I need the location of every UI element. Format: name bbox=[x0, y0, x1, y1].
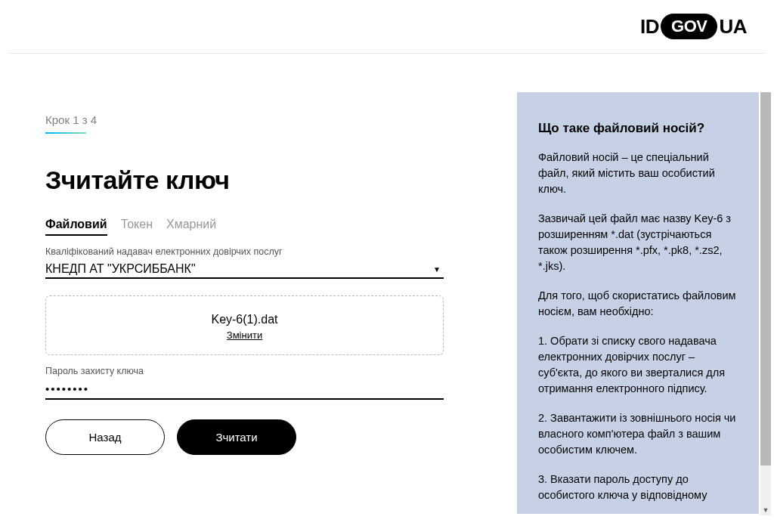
password-input[interactable] bbox=[45, 379, 444, 400]
help-paragraph: Файловий носій – це спеціальний файл, як… bbox=[538, 150, 738, 197]
selected-file-name: Key-6(1).dat bbox=[46, 313, 443, 326]
password-label: Пароль захисту ключа bbox=[45, 366, 444, 376]
help-paragraph: 2. Завантажити із зовнішнього носія чи в… bbox=[538, 410, 738, 458]
back-button[interactable]: Назад bbox=[45, 419, 165, 455]
file-dropzone[interactable]: Key-6(1).dat Змінити bbox=[45, 295, 444, 355]
button-row: Назад Зчитати bbox=[45, 419, 454, 455]
provider-label: Кваліфікований надавач електронних довір… bbox=[45, 246, 454, 257]
help-paragraph: Для того, щоб скористатись файловим носі… bbox=[538, 288, 738, 320]
tab-file[interactable]: Файловий bbox=[45, 218, 107, 236]
step-indicator: Крок 1 з 4 bbox=[45, 113, 454, 126]
logo-gov: GOV bbox=[661, 14, 717, 39]
provider-select[interactable]: КНЕДП АТ "УКРСИББАНК" bbox=[45, 260, 444, 277]
read-button[interactable]: Зчитати bbox=[177, 419, 296, 455]
help-sidebar: Що таке файловий носій? Файловий носій –… bbox=[517, 92, 759, 514]
help-title: Що таке файловий носій? bbox=[538, 121, 738, 136]
header: ID GOV UA bbox=[9, 0, 765, 54]
tab-cloud[interactable]: Хмарний bbox=[166, 218, 216, 236]
change-file-link[interactable]: Змінити bbox=[46, 329, 443, 341]
logo-id: ID bbox=[640, 15, 659, 39]
main-form: Крок 1 з 4 Зчитайте ключ Файловий Токен … bbox=[0, 51, 454, 532]
tab-token[interactable]: Токен bbox=[121, 218, 153, 236]
tabs: Файловий Токен Хмарний bbox=[45, 218, 454, 236]
help-paragraph: 3. Вказати пароль доступу до особистого … bbox=[538, 472, 738, 503]
logo: ID GOV UA bbox=[640, 14, 747, 39]
scrollbar-thumb[interactable] bbox=[760, 92, 771, 466]
page-title: Зчитайте ключ bbox=[45, 165, 454, 195]
logo-ua: UA bbox=[719, 15, 747, 39]
scroll-down-icon[interactable]: ▼ bbox=[760, 505, 771, 515]
scrollbar[interactable] bbox=[760, 92, 771, 515]
help-paragraph: Зазвичай цей файл має назву Key-6 з розш… bbox=[538, 211, 738, 274]
help-paragraph: 1. Обрати зі списку свого надавача елект… bbox=[538, 333, 738, 397]
step-progress bbox=[45, 132, 86, 134]
